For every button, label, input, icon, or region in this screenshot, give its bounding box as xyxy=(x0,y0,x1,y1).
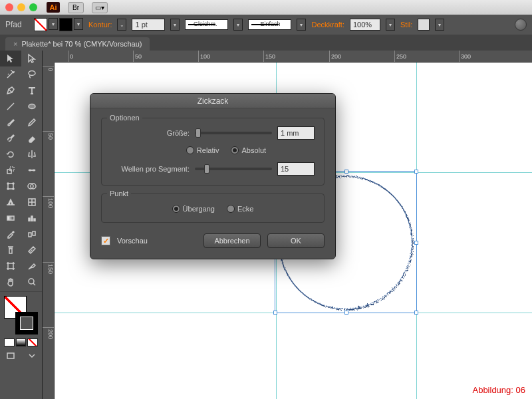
sel-handle-se[interactable] xyxy=(414,311,418,315)
stroke-width-down[interactable]: ⌄ xyxy=(117,19,126,31)
symbol-sprayer-tool[interactable] xyxy=(0,242,21,258)
preview-checkbox[interactable] xyxy=(101,236,110,245)
paintbrush-tool[interactable] xyxy=(0,114,21,130)
opacity-label: Deckkraft: xyxy=(311,21,344,29)
stroke-width-input[interactable] xyxy=(132,19,165,31)
stroke-profile-2-menu[interactable]: ▾ xyxy=(297,19,306,31)
ridges-input[interactable] xyxy=(277,162,315,176)
stroke-width-menu[interactable]: ▾ xyxy=(170,19,180,31)
pencil-tool[interactable] xyxy=(21,114,43,130)
kontur-label: Kontur: xyxy=(88,21,112,29)
color-mode-gradient[interactable] xyxy=(16,338,27,346)
eyedropper-tool[interactable] xyxy=(0,226,21,242)
opacity-input[interactable] xyxy=(350,19,380,31)
slice-tool[interactable] xyxy=(21,258,43,274)
radio-absolute[interactable]: Absolut xyxy=(231,146,266,154)
color-mode-none[interactable] xyxy=(27,338,38,346)
svg-rect-2 xyxy=(7,170,11,174)
opacity-menu[interactable]: ▾ xyxy=(386,19,395,31)
ok-button[interactable]: OK xyxy=(267,233,325,248)
fill-stroke-indicator[interactable] xyxy=(4,296,38,334)
macos-titlebar: Ai Br ▭▾ xyxy=(0,0,532,15)
shape-builder-tool[interactable] xyxy=(21,178,43,194)
lasso-tool[interactable] xyxy=(21,66,43,82)
svg-rect-18 xyxy=(7,353,14,358)
ellipse-tool[interactable] xyxy=(21,98,43,114)
zoom-tool[interactable] xyxy=(21,274,43,290)
artboard-tool[interactable] xyxy=(0,258,21,274)
screen-mode-toggle[interactable] xyxy=(21,348,43,364)
svg-rect-3 xyxy=(10,167,14,171)
app-logo-icon: Ai xyxy=(47,2,60,13)
sel-handle-s[interactable] xyxy=(344,311,348,315)
svg-point-7 xyxy=(7,188,9,190)
svg-point-17 xyxy=(29,279,34,284)
scale-tool[interactable] xyxy=(0,162,21,178)
measure-tool[interactable] xyxy=(21,242,43,258)
zigzag-dialog: Zickzack Optionen Größe: Relativ Absolut… xyxy=(90,93,336,259)
stroke-swatch[interactable] xyxy=(59,18,72,31)
tools-panel xyxy=(0,51,43,399)
blob-brush-tool[interactable] xyxy=(0,130,21,146)
radio-relative[interactable]: Relativ xyxy=(186,146,219,154)
sel-handle-sw[interactable] xyxy=(273,311,277,315)
magic-wand-tool[interactable] xyxy=(0,66,21,82)
radio-icon xyxy=(227,205,235,213)
ruler-horizontal[interactable]: 0 50 100 150 200 250 300 xyxy=(55,51,532,63)
ridges-slider-thumb[interactable] xyxy=(204,164,209,174)
fill-stroke-swatches[interactable]: ▾ ▾ xyxy=(34,18,83,31)
type-tool[interactable] xyxy=(21,82,43,98)
fill-dropdown[interactable]: ▾ xyxy=(49,18,58,30)
radio-smooth[interactable]: Übergang xyxy=(172,205,215,213)
style-swatch[interactable] xyxy=(418,19,430,31)
size-slider-thumb[interactable] xyxy=(196,128,201,138)
radio-corner[interactable]: Ecke xyxy=(227,205,253,213)
blend-tool[interactable] xyxy=(21,226,43,242)
close-window[interactable] xyxy=(5,3,13,11)
ruler-vertical[interactable]: 0 50 100 150 200 xyxy=(43,63,55,399)
selection-tool[interactable] xyxy=(0,51,21,66)
fill-swatch[interactable] xyxy=(34,18,47,31)
zoom-window[interactable] xyxy=(29,3,37,11)
style-menu[interactable]: ▾ xyxy=(435,19,444,31)
screen-mode-normal[interactable] xyxy=(0,348,21,364)
color-mode-solid[interactable] xyxy=(4,338,15,346)
stroke-profile-2[interactable]: Einfach xyxy=(248,19,291,30)
close-tab-icon[interactable]: × xyxy=(13,40,17,48)
sel-handle-n[interactable] xyxy=(344,170,348,174)
svg-point-6 xyxy=(13,183,14,184)
line-tool[interactable] xyxy=(0,98,21,114)
color-mode-switches[interactable] xyxy=(4,338,38,346)
cancel-button[interactable]: Abbrechen xyxy=(203,233,261,248)
reflect-tool[interactable] xyxy=(21,146,43,162)
svg-rect-12 xyxy=(7,216,14,220)
stroke-dropdown[interactable]: ▾ xyxy=(74,18,83,30)
bridge-button[interactable]: Br xyxy=(68,2,84,13)
gradient-tool[interactable] xyxy=(0,210,21,226)
ridges-slider[interactable] xyxy=(195,168,272,170)
stroke-profile-1[interactable]: Gleichm. xyxy=(185,19,228,30)
size-input[interactable] xyxy=(277,126,315,140)
stroke-profile-1-menu[interactable]: ▾ xyxy=(233,19,243,31)
column-graph-tool[interactable] xyxy=(21,210,43,226)
width-tool[interactable] xyxy=(21,162,43,178)
rotate-tool[interactable] xyxy=(0,146,21,162)
pen-tool[interactable] xyxy=(0,82,21,98)
direct-selection-tool[interactable] xyxy=(21,51,43,66)
eraser-tool[interactable] xyxy=(21,130,43,146)
layout-menu-button[interactable]: ▭▾ xyxy=(92,2,108,13)
stroke-box[interactable] xyxy=(15,312,38,334)
size-slider[interactable] xyxy=(195,132,272,134)
recolor-button[interactable] xyxy=(515,19,527,31)
mesh-tool[interactable] xyxy=(21,194,43,210)
sel-handle-ne[interactable] xyxy=(414,170,418,174)
minimize-window[interactable] xyxy=(17,3,25,11)
perspective-grid-tool[interactable] xyxy=(0,194,21,210)
sel-handle-e[interactable] xyxy=(414,241,418,245)
svg-point-8 xyxy=(13,188,14,190)
hand-tool[interactable] xyxy=(0,274,21,290)
dialog-title[interactable]: Zickzack xyxy=(90,94,335,108)
svg-rect-16 xyxy=(8,263,13,269)
free-transform-tool[interactable] xyxy=(0,178,21,194)
document-tab[interactable]: × Plakette* bei 70 % (CMYK/Vorschau) xyxy=(5,37,150,51)
